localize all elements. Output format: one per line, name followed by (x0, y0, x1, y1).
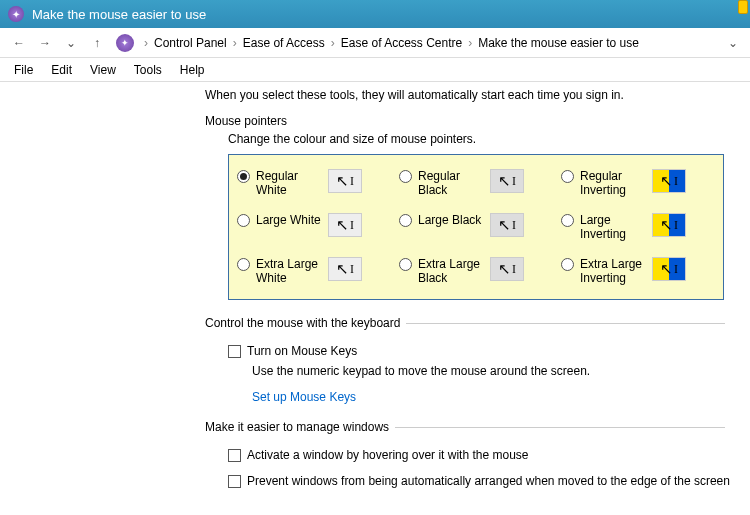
link-setup-mouse-keys[interactable]: Set up Mouse Keys (252, 390, 356, 404)
checkbox-label: Prevent windows from being automatically… (247, 474, 730, 488)
window-title: Make the mouse easier to use (32, 7, 206, 22)
menu-file[interactable]: File (6, 61, 41, 79)
recent-dropdown[interactable]: ⌄ (60, 32, 82, 54)
crumb-control-panel[interactable]: Control Panel (152, 34, 229, 52)
pointer-preview-icon: ↖I (652, 213, 686, 237)
option-label: Extra Large Black (418, 257, 484, 285)
chevron-right-icon: › (468, 36, 472, 50)
option-label: Large White (256, 213, 322, 227)
content-area: When you select these tools, they will a… (0, 82, 750, 515)
option-large-white[interactable]: Large White↖I (233, 205, 395, 249)
option-label: Large Black (418, 213, 484, 227)
section-title-windows: Make it easier to manage windows (205, 420, 395, 434)
option-xlarge-black[interactable]: Extra Large Black↖I (395, 249, 557, 293)
option-xlarge-white[interactable]: Extra Large White↖I (233, 249, 395, 293)
option-label: Regular White (256, 169, 322, 197)
menu-view[interactable]: View (82, 61, 124, 79)
breadcrumb: › Control Panel › Ease of Access › Ease … (144, 34, 720, 52)
app-icon: ✦ (8, 6, 24, 22)
radio-icon (561, 214, 574, 227)
option-regular-white[interactable]: Regular White↖I (233, 161, 395, 205)
checkbox-hover-activate[interactable]: Activate a window by hovering over it wi… (228, 448, 750, 462)
menu-edit[interactable]: Edit (43, 61, 80, 79)
option-label: Regular Black (418, 169, 484, 197)
section-title-pointers: Mouse pointers (205, 114, 750, 128)
pointer-preview-icon: ↖I (652, 169, 686, 193)
control-panel-icon: ✦ (116, 34, 134, 52)
up-button[interactable]: ↑ (86, 32, 108, 54)
crumb-ease-of-access[interactable]: Ease of Access (241, 34, 327, 52)
radio-icon (399, 214, 412, 227)
pointer-preview-icon: ↖I (490, 257, 524, 281)
pointer-preview-icon: ↖I (652, 257, 686, 281)
option-label: Extra Large White (256, 257, 322, 285)
back-button[interactable]: ← (8, 32, 30, 54)
section-windows: Make it easier to manage windows (205, 420, 725, 444)
navigation-bar: ← → ⌄ ↑ ✦ › Control Panel › Ease of Acce… (0, 28, 750, 58)
notification-icon[interactable] (738, 0, 748, 14)
option-label: Large Inverting (580, 213, 646, 241)
crumb-mouse[interactable]: Make the mouse easier to use (476, 34, 641, 52)
option-label: Extra Large Inverting (580, 257, 646, 285)
menu-bar: File Edit View Tools Help (0, 58, 750, 82)
checkbox-mouse-keys[interactable]: Turn on Mouse Keys (228, 344, 750, 358)
checkbox-label: Turn on Mouse Keys (247, 344, 357, 358)
option-regular-inverting[interactable]: Regular Inverting↖I (557, 161, 719, 205)
radio-icon (237, 258, 250, 271)
menu-tools[interactable]: Tools (126, 61, 170, 79)
checkbox-label: Activate a window by hovering over it wi… (247, 448, 528, 462)
radio-icon (561, 170, 574, 183)
pointer-options-table: Regular White↖I Regular Black↖I Regular … (228, 154, 724, 300)
section-subtitle-pointers: Change the colour and size of mouse poin… (228, 132, 750, 146)
checkbox-icon (228, 475, 241, 488)
pointer-preview-icon: ↖I (490, 169, 524, 193)
pointer-preview-icon: ↖I (328, 213, 362, 237)
radio-icon (399, 170, 412, 183)
radio-icon (237, 214, 250, 227)
mouse-keys-desc: Use the numeric keypad to move the mouse… (252, 364, 750, 378)
address-dropdown[interactable]: ⌄ (724, 36, 742, 50)
chevron-right-icon: › (233, 36, 237, 50)
section-title-keyboard: Control the mouse with the keyboard (205, 316, 406, 330)
title-bar: ✦ Make the mouse easier to use (0, 0, 750, 28)
crumb-ease-centre[interactable]: Ease of Access Centre (339, 34, 464, 52)
checkbox-prevent-arrange[interactable]: Prevent windows from being automatically… (228, 474, 750, 488)
option-large-black[interactable]: Large Black↖I (395, 205, 557, 249)
chevron-right-icon: › (144, 36, 148, 50)
radio-icon (237, 170, 250, 183)
section-keyboard: Control the mouse with the keyboard (205, 316, 725, 340)
checkbox-icon (228, 449, 241, 462)
checkbox-icon (228, 345, 241, 358)
pointer-preview-icon: ↖I (328, 169, 362, 193)
pointer-preview-icon: ↖I (328, 257, 362, 281)
radio-icon (399, 258, 412, 271)
option-large-inverting[interactable]: Large Inverting↖I (557, 205, 719, 249)
radio-icon (561, 258, 574, 271)
forward-button[interactable]: → (34, 32, 56, 54)
pointer-preview-icon: ↖I (490, 213, 524, 237)
option-xlarge-inverting[interactable]: Extra Large Inverting↖I (557, 249, 719, 293)
chevron-right-icon: › (331, 36, 335, 50)
intro-text: When you select these tools, they will a… (205, 88, 750, 102)
menu-help[interactable]: Help (172, 61, 213, 79)
option-label: Regular Inverting (580, 169, 646, 197)
option-regular-black[interactable]: Regular Black↖I (395, 161, 557, 205)
